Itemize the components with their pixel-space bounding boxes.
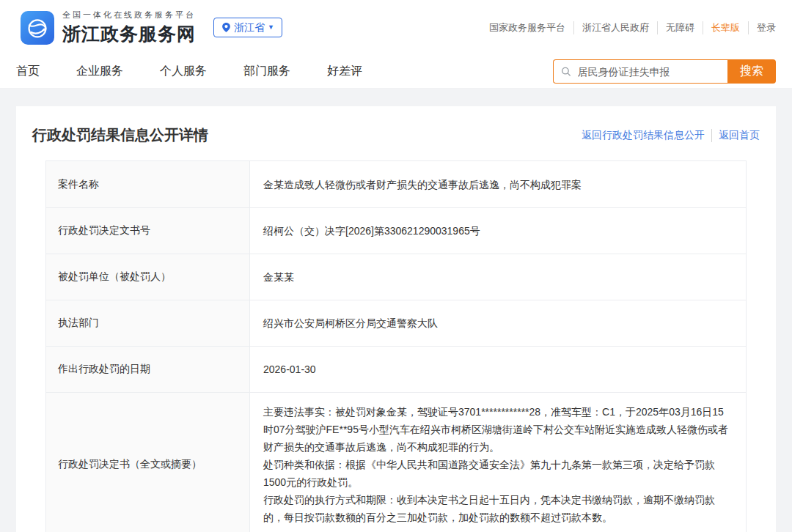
nav-item[interactable]: 个人服务: [160, 64, 207, 79]
nav-item[interactable]: 首页: [16, 64, 40, 79]
nav-item[interactable]: 企业服务: [76, 64, 123, 79]
search-input-wrap: [553, 59, 727, 84]
row-value: 主要违法事实：被处罚对象金某，驾驶证号3701************28，准驾…: [250, 393, 746, 532]
nav-item[interactable]: 部门服务: [243, 64, 290, 79]
nav-item[interactable]: 好差评: [327, 64, 362, 79]
search-input[interactable]: [576, 65, 720, 78]
back-link[interactable]: 返回首页: [711, 129, 760, 142]
panel-header: 行政处罚结果信息公开详情 返回行政处罚结果信息公开返回首页: [32, 106, 760, 160]
logo-swirl-icon: [25, 15, 50, 40]
chevron-down-icon: ▼: [268, 24, 274, 31]
top-links: 国家政务服务平台浙江省人民政府无障碍长辈版登录: [481, 21, 776, 34]
table-row: 被处罚单位（被处罚人）金某某: [46, 254, 746, 300]
top-link[interactable]: 登录: [748, 21, 776, 34]
row-label: 行政处罚决定书（全文或摘要）: [46, 393, 250, 532]
location-pin-icon: [221, 22, 231, 33]
detail-table: 案件名称金某造成致人轻微伤或者财产损失的交通事故后逃逸，尚不构成犯罪案行政处罚决…: [45, 160, 747, 532]
platform-tagline: 全国一体化在线政务服务平台: [62, 10, 196, 21]
search-bar: 搜索: [553, 59, 776, 84]
detail-panel: 行政处罚结果信息公开详情 返回行政处罚结果信息公开返回首页 案件名称金某造成致人…: [16, 106, 776, 532]
row-label: 被处罚单位（被处罚人）: [46, 254, 250, 300]
site-logo-icon[interactable]: [21, 11, 54, 45]
row-value-paragraph: 处罚种类和依据：根据《中华人民共和国道路交通安全法》第九十九条第一款第三项，决定…: [263, 456, 730, 491]
row-value: 金某某: [250, 254, 746, 300]
row-label: 行政处罚决定文书号: [46, 208, 250, 254]
table-row: 执法部门绍兴市公安局柯桥区分局交通警察大队: [46, 300, 746, 346]
table-row: 行政处罚决定文书号绍柯公（交）决字[2026]第330621290031965号: [46, 207, 746, 254]
nav-items: 首页企业服务个人服务部门服务好差评: [16, 64, 362, 79]
table-row: 作出行政处罚的日期2026-01-30: [46, 346, 746, 392]
row-value-paragraph: 主要违法事实：被处罚对象金某，驾驶证号3701************28，准驾…: [263, 403, 730, 456]
row-label: 作出行政处罚的日期: [46, 347, 250, 392]
back-links: 返回行政处罚结果信息公开返回首页: [575, 129, 760, 142]
row-value: 金某造成致人轻微伤或者财产损失的交通事故后逃逸，尚不构成犯罪案: [250, 161, 746, 207]
row-value-paragraph: 行政处罚的执行方式和期限：收到本决定书之日起十五日内，凭本决定书缴纳罚款，逾期不…: [263, 491, 730, 526]
row-label: 案件名称: [46, 161, 250, 207]
site-header: 全国一体化在线政务服务平台 浙江政务服务网 浙江省 ▼ 国家政务服务平台浙江省人…: [0, 0, 792, 55]
search-button[interactable]: 搜索: [727, 59, 776, 84]
row-value: 绍兴市公安局柯桥区分局交通警察大队: [250, 300, 746, 346]
brand-text: 全国一体化在线政务服务平台 浙江政务服务网: [62, 10, 196, 46]
page-title: 行政处罚结果信息公开详情: [32, 125, 208, 145]
search-icon: [561, 66, 571, 77]
back-link[interactable]: 返回行政处罚结果信息公开: [575, 129, 711, 142]
top-link[interactable]: 国家政务服务平台: [481, 21, 573, 34]
row-value: 绍柯公（交）决字[2026]第330621290031965号: [250, 208, 746, 254]
site-name: 浙江政务服务网: [62, 22, 196, 46]
top-link[interactable]: 浙江省人民政府: [573, 21, 657, 34]
region-selector[interactable]: 浙江省 ▼: [213, 18, 282, 37]
main-nav: 首页企业服务个人服务部门服务好差评 搜索: [0, 55, 792, 89]
top-link[interactable]: 长辈版: [703, 21, 748, 34]
region-label: 浙江省: [234, 21, 265, 34]
row-value: 2026-01-30: [250, 347, 746, 392]
row-label: 执法部门: [46, 300, 250, 346]
top-link[interactable]: 无障碍: [657, 21, 703, 34]
page-body: 行政处罚结果信息公开详情 返回行政处罚结果信息公开返回首页 案件名称金某造成致人…: [0, 89, 792, 532]
table-row: 行政处罚决定书（全文或摘要）主要违法事实：被处罚对象金某，驾驶证号3701***…: [46, 392, 746, 532]
table-row: 案件名称金某造成致人轻微伤或者财产损失的交通事故后逃逸，尚不构成犯罪案: [46, 161, 746, 207]
brand: 全国一体化在线政务服务平台 浙江政务服务网 浙江省 ▼: [21, 10, 282, 46]
